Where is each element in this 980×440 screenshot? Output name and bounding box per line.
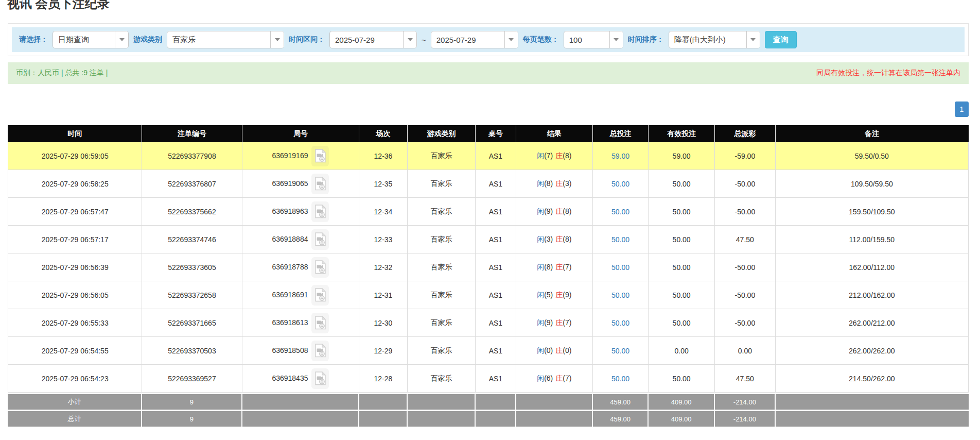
- round-id-text: 636918963: [272, 207, 308, 215]
- cell-valid-bet: 50.00: [649, 198, 715, 226]
- cell-remark: 109.50/59.50: [776, 170, 969, 198]
- query-type-value: 日期查询: [53, 31, 115, 48]
- cell-time: 2025-07-29 06:57:47: [8, 198, 142, 226]
- cell-remark: 112.00/159.50: [776, 226, 969, 253]
- result-banker-score: (3): [563, 179, 571, 188]
- video-replay-button[interactable]: [311, 174, 329, 194]
- result-banker-label: 庄: [555, 151, 563, 160]
- header-valid-bet: 有效投注: [649, 125, 715, 142]
- video-replay-button[interactable]: [311, 313, 329, 333]
- video-replay-button[interactable]: [311, 341, 329, 361]
- cell-session: 12-36: [359, 142, 407, 170]
- sort-value: 降幂(由大到小): [669, 31, 746, 48]
- video-replay-button[interactable]: [311, 285, 329, 306]
- cell-total-bet: 50.00: [593, 253, 649, 281]
- cell-result: 闲(0)庄(0): [516, 337, 593, 365]
- filter-bar: 请选择： 日期查询 游戏类别 百家乐 时间区间： 2025-07-29 ~ 20…: [12, 27, 965, 52]
- sort-select[interactable]: 降幂(由大到小): [669, 31, 760, 48]
- cell-bet-id: 522693376807: [142, 170, 242, 198]
- title-area: 视讯 会员下注纪录: [0, 0, 980, 11]
- cell-session: 12-31: [359, 281, 407, 309]
- cell-result: 闲(8)庄(3): [516, 170, 593, 198]
- cell-bet-id: 522693369527: [142, 365, 242, 393]
- total-bet-link[interactable]: 50.00: [611, 319, 629, 327]
- result-banker-score: (9): [563, 291, 571, 299]
- total-bet-link[interactable]: 59.00: [611, 152, 629, 160]
- cell-table-no: AS1: [476, 365, 516, 393]
- table-row: 2025-07-29 06:56:39522693373605636918788…: [8, 253, 969, 281]
- chevron-down-icon[interactable]: [403, 31, 416, 48]
- cell-game-type: 百家乐: [408, 198, 476, 226]
- total-bet-link[interactable]: 50.00: [611, 235, 629, 244]
- cell-time: 2025-07-29 06:57:17: [8, 226, 142, 253]
- cell-bet-id: 522693375662: [142, 198, 242, 226]
- game-type-value: 百家乐: [167, 31, 270, 48]
- cell-round-id: 636918691: [242, 281, 360, 309]
- video-replay-button[interactable]: [311, 146, 329, 166]
- result-player-label: 闲: [537, 235, 544, 243]
- result-player-label: 闲: [537, 263, 544, 271]
- page-size-label: 每页笔数：: [523, 35, 559, 44]
- search-button[interactable]: 查询: [765, 31, 797, 48]
- cell-time: 2025-07-29 06:59:05: [8, 142, 142, 170]
- total-bet-link[interactable]: 50.00: [611, 208, 629, 216]
- cell-result: 闲(9)庄(8): [516, 198, 593, 226]
- chevron-down-icon[interactable]: [504, 31, 518, 48]
- cell-result: 闲(8)庄(7): [516, 253, 593, 281]
- result-player-score: (9): [544, 207, 553, 215]
- cell-valid-bet: 0.00: [649, 337, 715, 365]
- chevron-down-icon[interactable]: [270, 31, 284, 48]
- cell-payout: 47.50: [715, 365, 776, 393]
- video-replay-button[interactable]: [311, 229, 329, 250]
- cell-session: 12-30: [359, 309, 407, 337]
- result-banker-label: 庄: [555, 207, 563, 215]
- result-banker-score: (8): [563, 207, 571, 215]
- video-replay-button[interactable]: [311, 257, 329, 278]
- total-bet-link[interactable]: 50.00: [611, 263, 629, 272]
- date-to-select[interactable]: 2025-07-29: [431, 31, 518, 48]
- round-id-text: 636918435: [272, 374, 308, 382]
- cell-total-bet: 50.00: [593, 170, 649, 198]
- total-payout: -214.00: [715, 410, 776, 427]
- video-replay-button[interactable]: [311, 201, 329, 222]
- game-type-select[interactable]: 百家乐: [167, 31, 284, 48]
- result-banker-score: (7): [563, 318, 571, 327]
- result-banker-label: 庄: [555, 374, 563, 382]
- cell-valid-bet: 59.00: [649, 142, 715, 170]
- result-player-score: (8): [544, 179, 553, 188]
- page-1-button[interactable]: 1: [955, 101, 969, 117]
- betting-records-table: 时间 注单编号 局号 场次 游戏类别 桌号 结果 总投注 有效投注 总派彩 备注…: [8, 125, 969, 427]
- page-size-select[interactable]: 100: [564, 31, 623, 48]
- total-bet-link[interactable]: 50.00: [611, 180, 629, 188]
- header-session: 场次: [359, 125, 407, 142]
- cell-bet-id: 522693370503: [142, 337, 242, 365]
- cell-time: 2025-07-29 06:56:05: [8, 281, 142, 309]
- chevron-down-icon[interactable]: [609, 31, 623, 48]
- query-type-select[interactable]: 日期查询: [52, 31, 129, 48]
- total-bet-link[interactable]: 50.00: [611, 375, 629, 383]
- video-replay-button[interactable]: [311, 368, 329, 389]
- cell-time: 2025-07-29 06:54:23: [8, 365, 142, 393]
- cell-result: 闲(9)庄(7): [516, 309, 593, 337]
- result-banker-label: 庄: [555, 263, 563, 271]
- cell-remark: 262.00/262.00: [776, 337, 969, 365]
- result-player-score: (6): [544, 374, 553, 382]
- subtotal-label: 小计: [8, 393, 142, 410]
- date-from-select[interactable]: 2025-07-29: [329, 31, 417, 48]
- cell-game-type: 百家乐: [408, 226, 476, 253]
- chevron-down-icon[interactable]: [746, 31, 760, 48]
- total-bet-link[interactable]: 50.00: [611, 291, 629, 299]
- result-banker-label: 庄: [555, 318, 563, 327]
- total-total-bet: 459.00: [593, 410, 649, 427]
- total-bet-link[interactable]: 50.00: [611, 347, 629, 355]
- cell-session: 12-35: [359, 170, 407, 198]
- betting-records-page: 视讯 会员下注纪录 请选择： 日期查询 游戏类别 百家乐 时间区间： 2025-…: [0, 0, 980, 440]
- cell-remark: 159.50/109.50: [776, 198, 969, 226]
- video-file-icon: [314, 371, 326, 385]
- chevron-down-icon[interactable]: [115, 31, 128, 48]
- result-banker-label: 庄: [555, 291, 563, 299]
- cell-game-type: 百家乐: [408, 337, 476, 365]
- query-type-label: 请选择：: [19, 35, 48, 44]
- cell-valid-bet: 50.00: [649, 226, 715, 253]
- result-banker-label: 庄: [555, 346, 563, 354]
